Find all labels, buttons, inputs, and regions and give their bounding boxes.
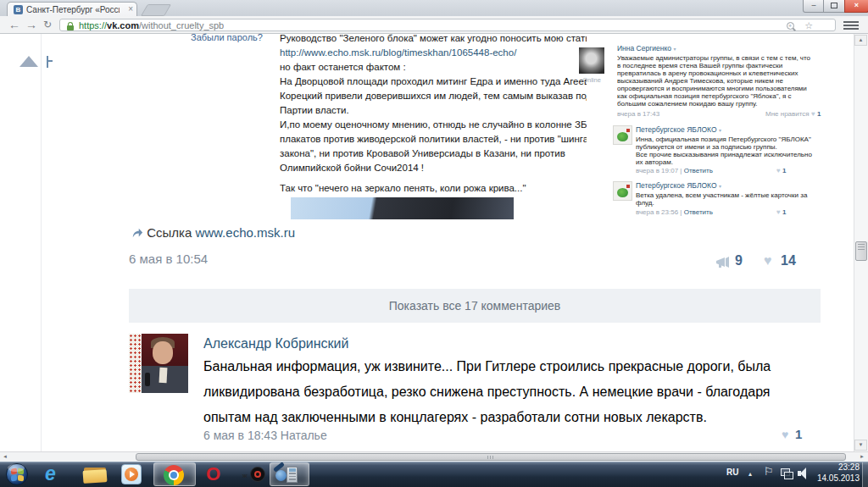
comment-author-link[interactable]: Александр Кобринский bbox=[203, 336, 348, 351]
post-photo-attachment[interactable] bbox=[291, 197, 514, 219]
post-link[interactable]: http://www.echo.msk.ru/blog/timeskhan/10… bbox=[280, 46, 587, 60]
player-glyph-icon bbox=[47, 56, 48, 68]
hidden-icons-arrow-icon[interactable]: ▴ bbox=[748, 470, 752, 478]
record-dot-icon bbox=[254, 471, 261, 478]
reload-icon[interactable]: ↻ bbox=[43, 19, 52, 30]
network-icon-back bbox=[784, 472, 793, 479]
bookmark-star-icon[interactable]: ☆ bbox=[804, 20, 813, 31]
maximize-icon bbox=[831, 3, 837, 8]
action-center-flag-icon[interactable]: ⚐ bbox=[764, 465, 774, 478]
like-count[interactable]: 1 bbox=[795, 427, 802, 441]
microphone-icon bbox=[145, 373, 150, 386]
chrome-icon[interactable] bbox=[164, 465, 184, 485]
screen: В Санкт-Петербург «Росси × – × ← → ↻ htt… bbox=[0, 0, 868, 487]
separator: | bbox=[680, 167, 682, 174]
media-player-icon[interactable] bbox=[121, 464, 142, 484]
tab-close-icon[interactable]: × bbox=[128, 4, 133, 14]
start-button-shine bbox=[8, 464, 25, 472]
forgot-password-link[interactable]: Забыли пароль? bbox=[191, 32, 263, 42]
comment-date[interactable]: вчера в 17:43 bbox=[617, 110, 659, 118]
like-heart-icon[interactable]: ♥ bbox=[764, 253, 772, 268]
window-minimize-button[interactable]: – bbox=[803, 0, 825, 13]
comment-author-link[interactable]: Петербургское ЯБЛОКО ▾ bbox=[636, 181, 721, 190]
chevron-down-icon: ▾ bbox=[719, 184, 721, 189]
link-attachment[interactable]: Ссылка www.echo.msk.ru bbox=[131, 225, 295, 240]
attachment-label: Ссылка bbox=[147, 225, 192, 240]
heart-icon[interactable]: ♥ bbox=[782, 428, 788, 441]
heart-icon: ♥ bbox=[811, 110, 815, 118]
new-tab-button[interactable] bbox=[141, 4, 171, 16]
back-icon[interactable]: ← bbox=[8, 18, 20, 31]
vertical-scrollbar[interactable]: ▲ ▼ bbox=[854, 34, 868, 451]
internet-explorer-icon[interactable]: e bbox=[45, 462, 56, 485]
window-maximize-button[interactable] bbox=[823, 0, 846, 13]
phone-app-device-icon bbox=[287, 467, 298, 483]
show-all-comments-button[interactable]: Показать все 17 комментариев bbox=[129, 289, 821, 323]
post-line: но факт останется фактом : bbox=[280, 60, 587, 75]
scroll-right-button[interactable]: ► bbox=[860, 454, 865, 459]
post-line: Партии власти. bbox=[280, 103, 587, 118]
scroll-down-button[interactable]: ▼ bbox=[854, 440, 867, 451]
post-line: Так что "нечего на зеркало пенять, коли … bbox=[280, 181, 587, 196]
scroll-up-button[interactable]: ▲ bbox=[854, 35, 867, 46]
avatar[interactable] bbox=[579, 47, 604, 74]
show-desktop-button[interactable] bbox=[862, 462, 868, 487]
comment-author-link[interactable]: Петербургское ЯБЛОКО ▾ bbox=[636, 125, 721, 134]
reply-link[interactable]: Ответить bbox=[684, 208, 713, 216]
vk-favicon-icon: В bbox=[14, 5, 23, 14]
comment-like-action[interactable]: ♥ 1 bbox=[776, 208, 786, 216]
author-name: Инна Сергиенко bbox=[617, 44, 671, 53]
url-path: /without_cruelty_spb bbox=[139, 20, 224, 30]
like-count[interactable]: 14 bbox=[781, 253, 796, 268]
browser-tab[interactable]: В Санкт-Петербург «Росси × bbox=[7, 2, 137, 17]
comment-footer: вчера в 23:56 | Ответить bbox=[636, 208, 713, 216]
avatar[interactable] bbox=[613, 181, 632, 201]
phone-app-globe-icon bbox=[275, 470, 287, 481]
comment-date[interactable]: 6 мая в 18:43 Наталье bbox=[203, 429, 327, 442]
comment-like-action[interactable]: Мне нравится ♥ 1 bbox=[765, 110, 821, 118]
avatar[interactable] bbox=[613, 125, 632, 145]
recorder-app-icon[interactable] bbox=[250, 467, 265, 482]
comment-date[interactable]: вчера в 23:56 bbox=[636, 208, 678, 216]
menu-icon[interactable] bbox=[843, 21, 859, 31]
opera-icon[interactable]: O bbox=[206, 463, 220, 485]
language-indicator[interactable]: RU bbox=[726, 468, 738, 477]
reply-link[interactable]: Ответить bbox=[684, 167, 713, 174]
explorer-icon-front[interactable] bbox=[83, 469, 108, 484]
avatar-shirt bbox=[159, 368, 168, 383]
comment-date[interactable]: вчера в 19:07 bbox=[636, 167, 678, 174]
attachment-url-link[interactable]: www.echo.msk.ru bbox=[195, 225, 295, 240]
scroll-to-top-arrow-icon[interactable] bbox=[19, 56, 38, 67]
page-zoom-icon-handle bbox=[793, 28, 796, 31]
comment-text: Банальная информация, уж извините... При… bbox=[203, 354, 807, 430]
clock-date[interactable]: 14.05.2013 bbox=[812, 473, 860, 483]
address-bar[interactable]: https://vk.com/without_cruelty_spb + ☆ bbox=[59, 19, 836, 31]
apple-logo-icon bbox=[617, 188, 628, 197]
forward-icon[interactable]: → bbox=[25, 18, 37, 31]
post-line: закона", ни против Кровавой Универсиады … bbox=[280, 147, 587, 161]
apple-logo-icon bbox=[617, 132, 628, 141]
comment-text: Уважаемые администраторы группы, в связи… bbox=[617, 54, 837, 108]
left-divider bbox=[41, 34, 42, 451]
like-label[interactable]: Мне нравится bbox=[765, 110, 810, 118]
comment-footer: вчера в 19:07 | Ответить bbox=[636, 167, 713, 174]
author-name: Петербургское ЯБЛОКО bbox=[636, 181, 717, 190]
device-screen bbox=[289, 468, 296, 472]
volume-icon-cone bbox=[800, 468, 806, 479]
avatar[interactable] bbox=[129, 334, 188, 393]
clock-time[interactable]: 23:28 bbox=[822, 462, 860, 472]
chevron-down-icon: ▾ bbox=[673, 47, 676, 52]
vertical-scrollbar-thumb[interactable] bbox=[855, 241, 867, 261]
share-megaphone-icon[interactable] bbox=[716, 257, 732, 268]
tab-title: Санкт-Петербург «Росси bbox=[26, 5, 120, 14]
window-close-button[interactable]: × bbox=[844, 0, 868, 13]
post-date[interactable]: 6 мая в 10:54 bbox=[129, 252, 208, 266]
horizontal-scrollbar-thumb[interactable] bbox=[136, 453, 846, 461]
horizontal-scrollbar[interactable] bbox=[0, 451, 868, 462]
comment-author-link[interactable]: Инна Сергиенко ▾ bbox=[617, 44, 676, 53]
like-count: 1 bbox=[782, 167, 786, 174]
scroll-left-button[interactable]: ◄ bbox=[3, 454, 8, 459]
comment-like-action[interactable]: ♥ 1 bbox=[776, 167, 786, 174]
link-arrow-icon bbox=[131, 227, 143, 239]
share-count[interactable]: 9 bbox=[735, 253, 743, 268]
